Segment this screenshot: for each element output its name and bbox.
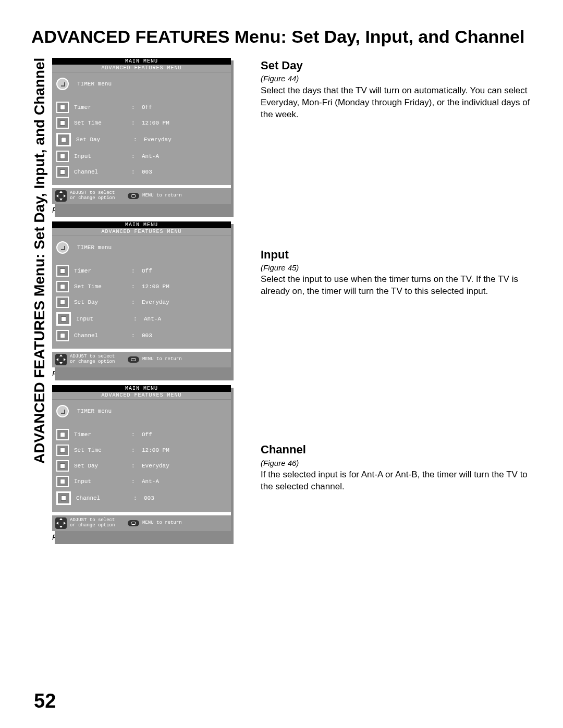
menu-item-value: Everyday (144, 137, 227, 143)
footer-menu-text: MENU to return (142, 521, 182, 526)
menu-row: Set Time:12:00 PM (52, 442, 231, 458)
figure-wrap: MAIN MENUADVANCED FEATURES MENUTIMER men… (52, 385, 240, 531)
menu-header-row: TIMER menu (52, 72, 231, 100)
menu-item-icon (56, 133, 71, 146)
menu-sub-title: ADVANCED FEATURES MENU (52, 228, 231, 236)
menu-button-icon (128, 193, 139, 199)
page-title: ADVANCED FEATURES Menu: Set Day, Input, … (31, 26, 542, 47)
menu-row: Channel:003 (52, 489, 231, 507)
menu-item-colon: : (131, 463, 137, 469)
figure-reference: (Figure 45) (261, 263, 542, 273)
menu-item-label: Timer (74, 268, 126, 274)
menu-item-label: Channel (74, 332, 126, 339)
menu-item-colon: : (131, 332, 137, 339)
section-heading: Channel (261, 442, 542, 458)
menu-item-icon (56, 281, 69, 292)
menu-header-label: TIMER menu (77, 408, 112, 414)
section-body: Select the input to use when the timer t… (261, 274, 542, 298)
menu-row: Set Day:Everyday (52, 294, 231, 310)
section-input: Input (Figure 45) Select the input to us… (261, 247, 542, 298)
menu-item-colon: : (131, 120, 137, 126)
section-body: Select the days that the TV will turn on… (261, 85, 542, 121)
menu-item-label: Input (74, 153, 126, 159)
menu-item-value: Ant-A (142, 153, 227, 159)
menu-item-colon: : (131, 104, 137, 110)
menu-item-label: Set Day (74, 463, 126, 469)
menu-item-value: 003 (142, 169, 227, 175)
menu-item-icon (56, 102, 69, 113)
dpad-icon (55, 190, 67, 202)
menu-row: Input:Ant-A (52, 310, 231, 328)
figure-wrap: MAIN MENUADVANCED FEATURES MENUTIMER men… (52, 221, 240, 367)
footer-adjust-text: ADJUST to select or change option (70, 191, 125, 201)
menu-item-value: Everyday (142, 299, 227, 305)
content-row: ADVANCED FEATURES Menu: Set Day, Input, … (31, 58, 542, 546)
menu-main-title: MAIN MENU (52, 58, 231, 65)
menu-header-row: TIMER menu (52, 400, 231, 427)
menu-item-colon: : (133, 495, 139, 501)
footer-adjust-text: ADJUST to select or change option (70, 518, 125, 528)
menu-main-title: MAIN MENU (52, 221, 231, 228)
menu-item-value: Ant-A (142, 478, 227, 485)
menu-item-label: Channel (74, 169, 126, 175)
dpad-icon (55, 354, 67, 365)
tv-menu-figure: MAIN MENUADVANCED FEATURES MENUTIMER men… (52, 221, 231, 367)
clock-icon (56, 405, 69, 417)
section-body: If the selected input is for Ant-A or An… (261, 469, 542, 493)
menu-row: Channel:003 (52, 328, 231, 343)
menu-item-label: Set Time (74, 447, 126, 453)
menu-item-colon: : (131, 431, 137, 438)
menu-item-colon: : (131, 447, 137, 453)
side-label: ADVANCED FEATURES Menu: Set Day, Input, … (31, 58, 48, 511)
menu-header-row: TIMER menu (52, 236, 231, 263)
menu-row: Channel:003 (52, 164, 231, 180)
dpad-icon (55, 517, 67, 529)
section-heading: Set Day (261, 58, 542, 73)
menu-item-colon: : (131, 478, 137, 485)
menu-row: Timer:Off (52, 263, 231, 279)
menu-item-icon (56, 265, 69, 277)
menu-item-colon: : (131, 268, 137, 274)
figures-column: MAIN MENUADVANCED FEATURES MENUTIMER men… (52, 58, 240, 546)
menu-item-value: Ant-A (144, 316, 227, 322)
menu-item-value: Off (142, 104, 227, 110)
menu-item-label: Timer (74, 104, 126, 110)
figure-wrap: MAIN MENUADVANCED FEATURES MENUTIMER men… (52, 58, 240, 204)
menu-item-icon (56, 151, 69, 162)
menu-item-icon (56, 330, 69, 341)
menu-item-icon (56, 445, 69, 456)
menu-row: Set Time:12:00 PM (52, 279, 231, 294)
tv-menu-figure: MAIN MENUADVANCED FEATURES MENUTIMER men… (52, 385, 231, 531)
left-column: ADVANCED FEATURES Menu: Set Day, Input, … (31, 58, 240, 546)
menu-row: Timer:Off (52, 100, 231, 115)
menu-footer: ADJUST to select or change optionMENU to… (52, 352, 231, 367)
menu-row: Set Day:Everyday (52, 458, 231, 474)
menu-row: Input:Ant-A (52, 474, 231, 489)
menu-header-label: TIMER menu (77, 244, 112, 251)
section-heading: Input (261, 247, 542, 263)
menu-footer: ADJUST to select or change optionMENU to… (52, 188, 231, 204)
tv-menu-figure: MAIN MENUADVANCED FEATURES MENUTIMER men… (52, 58, 231, 204)
menu-header-label: TIMER menu (77, 81, 112, 87)
menu-item-label: Set Day (74, 299, 126, 305)
menu-footer: ADJUST to select or change optionMENU to… (52, 515, 231, 531)
figure-reference: (Figure 46) (261, 458, 542, 468)
menu-item-icon (56, 312, 71, 326)
menu-item-icon (56, 429, 69, 440)
menu-item-value: 003 (144, 495, 227, 501)
footer-menu-text: MENU to return (142, 193, 182, 199)
menu-item-value: Off (142, 431, 227, 438)
menu-main-title: MAIN MENU (52, 385, 231, 392)
section-channel: Channel (Figure 46) If the selected inpu… (261, 442, 542, 493)
figure-reference: (Figure 44) (261, 73, 542, 84)
menu-row: Set Time:12:00 PM (52, 115, 231, 131)
menu-item-label: Set Time (74, 120, 126, 126)
menu-item-value: 12:00 PM (142, 283, 227, 290)
menu-item-colon: : (133, 316, 139, 322)
section-set-day: Set Day (Figure 44) Select the days that… (261, 58, 542, 121)
menu-item-icon (56, 166, 69, 178)
clock-icon (56, 241, 69, 254)
menu-sub-title: ADVANCED FEATURES MENU (52, 65, 231, 72)
menu-item-label: Input (76, 316, 128, 322)
menu-item-icon (56, 491, 71, 505)
